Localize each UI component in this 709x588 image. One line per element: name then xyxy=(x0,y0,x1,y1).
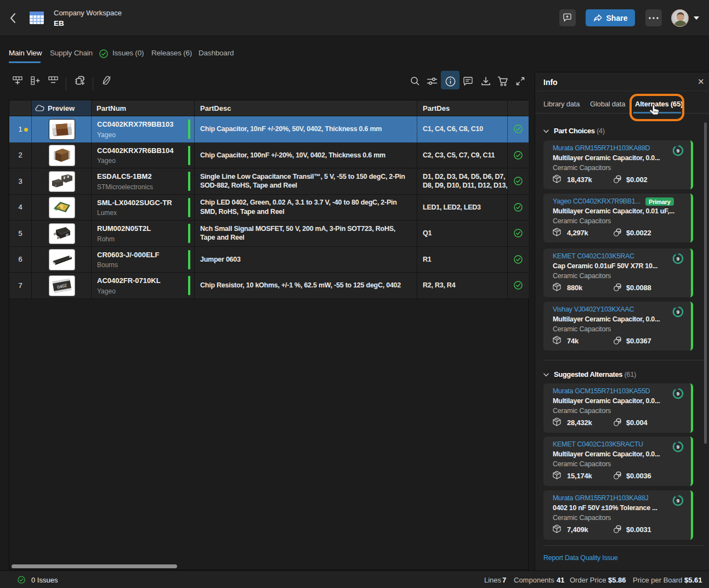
svg-text:9: 9 xyxy=(677,309,679,315)
svg-text:9: 9 xyxy=(677,256,679,262)
svg-text:9: 9 xyxy=(677,497,679,504)
svg-text:9: 9 xyxy=(677,148,679,154)
svg-text:9: 9 xyxy=(677,444,679,450)
svg-text:9: 9 xyxy=(677,391,679,397)
